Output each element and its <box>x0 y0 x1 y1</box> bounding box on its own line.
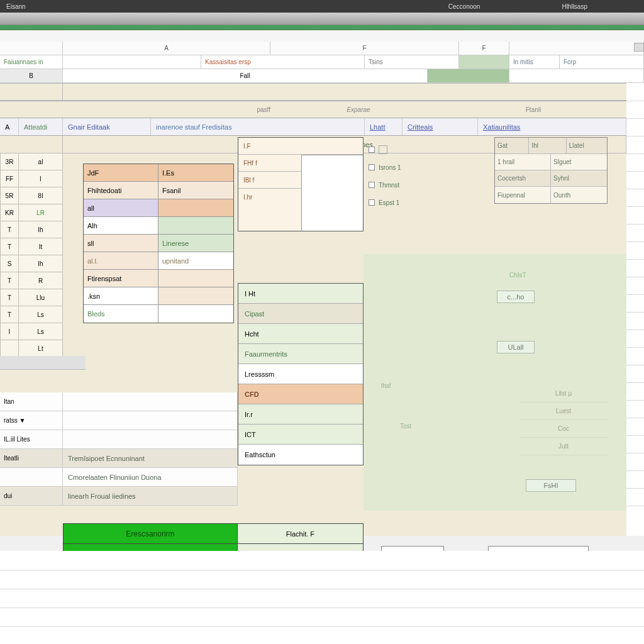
lc-a-11[interactable] <box>0 340 19 357</box>
check-2[interactable] <box>369 199 375 206</box>
lc-a-10[interactable]: I <box>0 323 19 340</box>
lc-b-5[interactable]: It <box>19 238 63 255</box>
col-header-blank[interactable] <box>0 42 63 55</box>
lc-a-2[interactable]: 5R <box>0 187 19 204</box>
menu-comments[interactable]: Cecconoon <box>448 3 480 10</box>
lc-a-1[interactable]: FF <box>0 170 19 187</box>
lc-a-8[interactable]: T <box>0 289 19 306</box>
lp-4[interactable]: Lressssm <box>238 364 363 384</box>
tab-5[interactable]: Fcrp <box>560 55 644 69</box>
mt-a-1[interactable]: Fhihtedoati <box>84 182 158 199</box>
rb-0b[interactable]: Ihl <box>529 138 566 153</box>
lp-5[interactable]: CFD <box>238 384 363 404</box>
mt-a-6[interactable]: Ftirenspsat <box>84 270 158 287</box>
lc-b-9[interactable]: Ls <box>19 306 63 323</box>
col-header-a[interactable]: A <box>63 42 270 55</box>
toolbar <box>0 13 644 25</box>
col-header-f2[interactable]: F <box>459 42 509 55</box>
col-header-f1[interactable]: F <box>270 42 459 55</box>
bg-a-0[interactable]: Erescsanorirm <box>64 524 238 543</box>
lc-b-8[interactable]: Llu <box>19 289 63 306</box>
rb-1b[interactable]: Slguet <box>551 154 607 170</box>
menu-file[interactable]: Eisann <box>6 3 26 10</box>
fr-link2[interactable]: Critteais <box>402 118 478 135</box>
mt-a-2[interactable]: all <box>84 199 158 216</box>
mt-a-4[interactable]: sll <box>84 235 158 252</box>
lc-b-6[interactable]: Ih <box>19 255 63 272</box>
bl-b-3[interactable]: Tremîsipoet Ecnnuninant <box>63 449 238 467</box>
lc-b-11[interactable]: Lt <box>19 340 63 357</box>
rb-2b[interactable]: Syhnl <box>551 170 607 186</box>
lc-a-3[interactable]: KR <box>0 204 19 221</box>
tab-4[interactable]: In mitis <box>509 55 560 69</box>
tab-2[interactable]: Kassaisitas ersp <box>201 55 365 69</box>
mt-b-0[interactable]: I.Es <box>158 164 233 181</box>
bl-a-5[interactable]: dui <box>0 487 63 505</box>
lp-6[interactable]: Ir.r <box>238 404 363 425</box>
lc-b-2[interactable]: 8I <box>19 187 63 204</box>
rb-0c[interactable]: Llatel <box>567 138 607 153</box>
mt-b-2[interactable] <box>158 199 233 216</box>
menu-history[interactable]: Hlhllsasp <box>562 3 587 10</box>
rb-3b[interactable]: Ounth <box>551 187 607 203</box>
cp-0[interactable]: I.F <box>238 138 363 155</box>
mt-a-0[interactable]: JdF <box>84 164 158 181</box>
bl-a-1[interactable]: ratss ▼ <box>0 411 63 430</box>
bl-b-1[interactable] <box>63 411 238 430</box>
fr-link3[interactable]: Xatiaunilitas <box>478 118 626 135</box>
bl-b-5[interactable]: linearh Froual iiedines <box>63 487 238 505</box>
mt-b-8[interactable] <box>158 305 233 323</box>
bl-a-2[interactable]: IL.iil Lites <box>0 430 63 448</box>
lp-7[interactable]: ICT <box>238 425 363 445</box>
fr-b: Atteatdi <box>19 118 63 135</box>
mt-a-7[interactable]: .ksn <box>84 287 158 304</box>
lc-b-4[interactable]: Ih <box>19 221 63 238</box>
lc-b-7[interactable]: R <box>19 272 63 289</box>
lc-a-5[interactable]: T <box>0 238 19 255</box>
lc-a-4[interactable]: T <box>0 221 19 238</box>
lc-b-10[interactable]: Ls <box>19 323 63 340</box>
mt-b-5[interactable]: upnitand <box>158 252 233 269</box>
tab-active[interactable] <box>459 55 509 69</box>
lc-a-0[interactable]: 3R <box>0 153 19 170</box>
mt-b-7[interactable] <box>158 287 233 304</box>
bl-a-4[interactable] <box>0 468 63 486</box>
bl-b-4[interactable]: Cmorelaaten Flinuniiun Duona <box>63 468 238 486</box>
lp-3[interactable]: Faaurmentrits <box>238 344 363 364</box>
mt-a-3[interactable]: Alh <box>84 217 158 234</box>
fr-link1[interactable]: Lhatt <box>365 118 402 135</box>
rb-0a[interactable]: Gat <box>495 138 529 153</box>
sec-left: B <box>0 69 63 82</box>
lc-a-6[interactable]: S <box>0 255 19 272</box>
col-header-rest[interactable] <box>509 42 644 55</box>
rb-2a[interactable]: Coccertsh <box>495 170 551 186</box>
lp-1[interactable]: Cipast <box>238 304 363 324</box>
check-icon[interactable] <box>369 147 375 153</box>
lc-a-9[interactable]: T <box>0 306 19 323</box>
mt-b-4[interactable]: Linerese <box>158 235 233 252</box>
mt-b-6[interactable] <box>158 270 233 287</box>
scroll-corner[interactable] <box>634 43 644 52</box>
lc-b-0[interactable]: al <box>19 153 63 170</box>
bl-b-2[interactable] <box>63 430 238 448</box>
mt-b-3[interactable] <box>158 217 233 234</box>
lc-b-1[interactable]: I <box>19 170 63 187</box>
lp-0[interactable]: I Ht <box>238 284 363 304</box>
tab-3[interactable]: Tsins <box>365 55 459 69</box>
bg-b-0[interactable]: Flachit. F <box>238 524 363 543</box>
tab-1[interactable]: Faiuannaes in <box>0 55 63 69</box>
lc-a-7[interactable]: T <box>0 272 19 289</box>
rb-3a[interactable]: Fiupennal <box>495 187 551 203</box>
bl-b-0[interactable] <box>63 392 238 411</box>
check-1[interactable] <box>369 182 375 188</box>
rb-1a[interactable]: 1 hrail <box>495 154 551 170</box>
lp-2[interactable]: Hcht <box>238 324 363 344</box>
mt-a-8[interactable]: Bleds <box>84 305 158 323</box>
mt-b-1[interactable]: Fsanil <box>158 182 233 199</box>
check-0[interactable] <box>369 164 375 170</box>
lp-8[interactable]: Eathsctun <box>238 445 363 465</box>
bl-a-3[interactable]: Iteatli <box>0 449 63 467</box>
lc-b-3[interactable]: LR <box>19 204 63 221</box>
bl-a-0[interactable]: Itan <box>0 392 63 411</box>
mt-a-5[interactable]: al.l. <box>84 252 158 269</box>
